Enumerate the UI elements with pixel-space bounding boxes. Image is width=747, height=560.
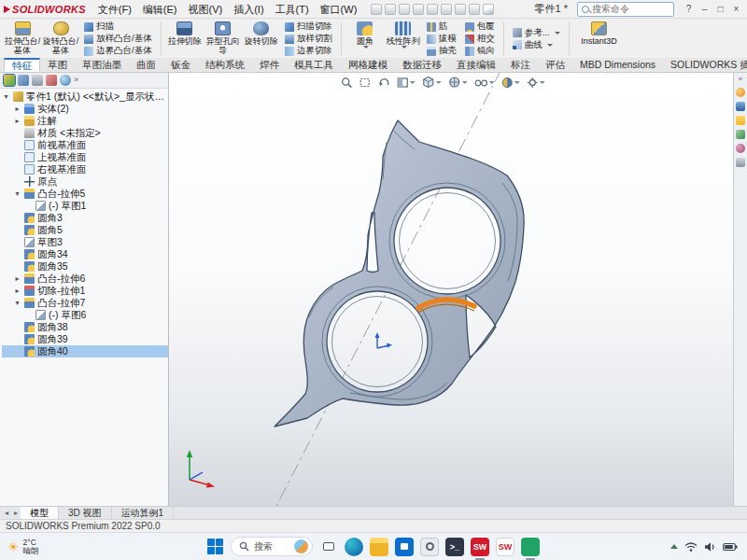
tree-item-annotations[interactable]: ▸ 注解: [2, 115, 168, 127]
tree-item-fillet3[interactable]: 圆角3: [2, 212, 168, 224]
menu-insert[interactable]: 插入(I): [229, 1, 268, 18]
tree-item-sketch3[interactable]: 草图3: [2, 236, 168, 248]
linear-pattern-button[interactable]: 线性阵列: [385, 20, 422, 58]
weather-widget[interactable]: ☀ 2°C 晴朗: [7, 539, 39, 555]
tree-item-fillet35[interactable]: 圆角35: [2, 260, 168, 273]
instant3d-button[interactable]: Instant3D: [574, 20, 625, 58]
rib-button[interactable]: 筋: [425, 21, 458, 33]
dimxpertmanager-tab[interactable]: [46, 75, 57, 86]
tree-item-fillet5[interactable]: 圆角5: [2, 224, 168, 236]
tab-data-migration[interactable]: 数据迁移: [395, 58, 449, 72]
motion-study-tab[interactable]: 运动算例1: [112, 507, 175, 519]
shell-button[interactable]: 抽壳: [425, 46, 458, 57]
loft-boss-button[interactable]: 放样凸台/基体: [82, 34, 154, 45]
open-button[interactable]: [385, 4, 396, 15]
tree-item-boss-extrude5[interactable]: ▾ 凸台-拉伸5: [2, 188, 168, 200]
expand-arrow-icon[interactable]: ▸: [13, 115, 21, 127]
tab-addins[interactable]: SOLIDWORKS 插件: [663, 58, 747, 72]
expand-arrow-icon[interactable]: ▸: [13, 273, 21, 285]
boundary-cut-button[interactable]: 边界切除: [283, 46, 334, 57]
collapse-arrow-icon[interactable]: ▾: [13, 188, 21, 200]
dropdown-arrow-icon[interactable]: [514, 81, 520, 84]
intersect-button[interactable]: 相交: [463, 34, 497, 45]
tab-scroll-left-icon[interactable]: ◂: [2, 507, 11, 519]
green-app-icon[interactable]: [521, 538, 540, 556]
menu-tools[interactable]: 工具(T): [271, 1, 314, 18]
tab-mbd-dimensions[interactable]: MBD Dimensions: [572, 58, 663, 72]
tree-item-boss-extrude7[interactable]: ▾ 凸台-拉伸7: [2, 297, 168, 309]
section-view-icon[interactable]: [397, 77, 416, 89]
minimize-button[interactable]: –: [698, 2, 712, 16]
tab-mold-tools[interactable]: 模具工具: [287, 58, 341, 72]
wrap-button[interactable]: 包覆: [463, 21, 497, 33]
taskbar-search[interactable]: 搜索: [231, 537, 313, 556]
solidworks-document-icon[interactable]: SW: [496, 538, 514, 556]
rebuild-button[interactable]: [455, 4, 466, 15]
edit-appearance-icon[interactable]: [501, 77, 520, 89]
curves-button[interactable]: 曲线: [511, 39, 562, 50]
dropdown-arrow-icon[interactable]: [436, 81, 442, 84]
display-style-icon[interactable]: [448, 76, 468, 89]
command-search[interactable]: [577, 2, 674, 17]
tree-item-fillet40[interactable]: 圆角40: [2, 345, 168, 357]
tree-item-top-plane[interactable]: 上视基准面: [2, 151, 168, 163]
dropdown-arrow-icon[interactable]: [462, 81, 468, 84]
tab-features[interactable]: 特征: [4, 58, 40, 72]
loft-cut-button[interactable]: 放样切割: [283, 34, 334, 45]
tree-item-boss-extrude6[interactable]: ▸ 凸台-拉伸6: [2, 273, 168, 285]
volume-icon[interactable]: [704, 541, 716, 553]
panel-more-icon[interactable]: »: [74, 75, 78, 86]
collapse-arrow-icon[interactable]: ▾: [13, 297, 21, 309]
fillet-button[interactable]: 圆角: [346, 20, 384, 58]
tab-evaluate[interactable]: 评估: [538, 58, 572, 72]
tree-item-fillet38[interactable]: 圆角38: [2, 321, 168, 333]
appearances-icon[interactable]: [736, 144, 745, 153]
file-explorer-icon[interactable]: [736, 116, 745, 125]
model-tab[interactable]: 模型: [21, 507, 59, 519]
design-library-icon[interactable]: [736, 102, 745, 111]
tab-structure-system[interactable]: 结构系统: [198, 58, 252, 72]
dropdown-arrow-icon[interactable]: [489, 81, 495, 84]
expand-arrow-icon[interactable]: ▸: [13, 285, 21, 297]
tab-surfaces[interactable]: 曲面: [129, 58, 163, 72]
propertymanager-tab[interactable]: [18, 75, 29, 86]
undo-button[interactable]: [427, 4, 438, 15]
tree-item-material[interactable]: 材质 <未指定>: [2, 127, 168, 139]
terminal-icon[interactable]: >_: [445, 538, 464, 556]
options-button[interactable]: [469, 4, 480, 15]
tree-item-right-plane[interactable]: 右视基准面: [2, 163, 168, 175]
maximize-button[interactable]: □: [713, 2, 727, 16]
expand-arrow-icon[interactable]: ▸: [13, 103, 21, 115]
start-button[interactable]: [207, 539, 224, 555]
view-settings-icon[interactable]: [527, 77, 545, 89]
collapse-arrow-icon[interactable]: ▾: [2, 91, 10, 103]
previous-view-icon[interactable]: [378, 77, 390, 89]
menu-window[interactable]: 窗口(W): [316, 1, 362, 18]
tree-item-sketch1[interactable]: (-) 草图1: [2, 200, 168, 212]
reference-geometry-button[interactable]: 参考...: [511, 27, 562, 38]
zoom-area-icon[interactable]: [359, 77, 372, 89]
settings-icon[interactable]: [420, 538, 439, 556]
menu-view[interactable]: 视图(V): [184, 1, 228, 18]
tab-scroll-right-icon[interactable]: ▸: [11, 507, 21, 519]
draft-button[interactable]: 拔模: [425, 34, 458, 45]
selection-arrow-button[interactable]: [483, 4, 494, 15]
tree-item-front-plane[interactable]: 前视基准面: [2, 139, 168, 151]
help-button[interactable]: ?: [682, 2, 696, 16]
tray-chevron-up-icon[interactable]: [670, 544, 678, 549]
tree-item-cut-extrude1[interactable]: ▸ 切除-拉伸1: [2, 285, 168, 297]
tab-mesh-modeling[interactable]: 网格建模: [341, 58, 395, 72]
tab-direct-editing[interactable]: 直接编辑: [449, 58, 503, 72]
edge-browser-icon[interactable]: [345, 538, 363, 556]
solidworks-app-icon[interactable]: SW: [471, 538, 489, 556]
view-orientation-icon[interactable]: [422, 76, 442, 89]
revolve-cut-button[interactable]: 旋转切除: [243, 20, 280, 58]
menu-edit[interactable]: 编辑(E): [138, 1, 182, 18]
tree-item-origin[interactable]: 原点: [2, 175, 168, 188]
close-button[interactable]: ×: [729, 2, 743, 16]
tree-item-fillet39[interactable]: 圆角39: [2, 333, 168, 345]
view-palette-icon[interactable]: [736, 130, 745, 139]
tree-item-solid-bodies[interactable]: ▸ 实体(2): [2, 103, 168, 115]
revolve-boss-button[interactable]: 旋转凸台/基体: [42, 20, 79, 58]
save-button[interactable]: [399, 4, 410, 15]
